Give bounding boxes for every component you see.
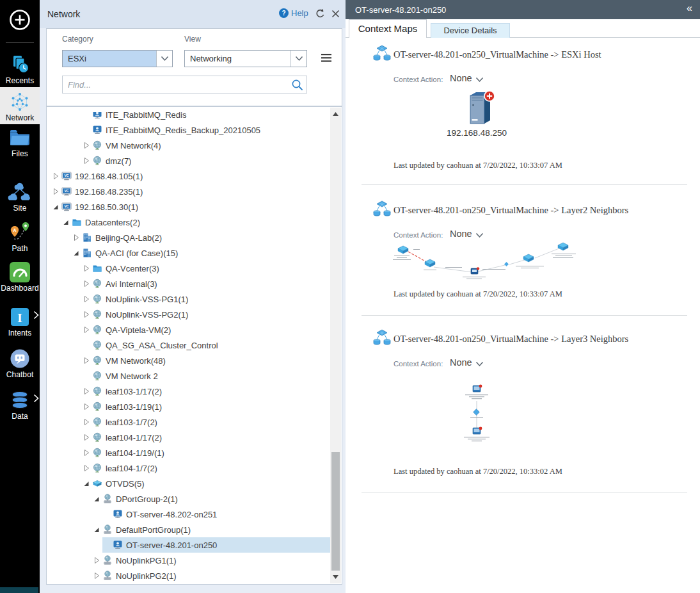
expander-collapsed-icon[interactable] [82,387,91,396]
tree-row-content[interactable]: leaf104-1/7(2) [82,460,330,476]
expander-collapsed-icon[interactable] [92,571,101,580]
tree-row[interactable]: DPortGroup-2(1) [47,491,330,507]
search-input[interactable] [63,80,287,90]
tree-row-content[interactable]: ITE_RabbitMQ_Redis [82,112,330,122]
expander-expanded-icon[interactable] [92,525,101,534]
tree-row-content[interactable]: VC192.168.48.235(1) [51,184,330,199]
tree-row-content[interactable]: ITE_RabbitMQ_Redis_Backup_20210505 [82,122,330,138]
tree-row[interactable]: VM Network 2 [47,368,330,384]
sidebar-item-data[interactable]: Data [0,386,40,421]
expander-collapsed-icon[interactable] [82,264,91,273]
scroll-up-arrow[interactable] [330,109,341,119]
tree-row[interactable]: QA-Vcenter(3) [47,261,330,276]
expander-collapsed-icon[interactable] [82,325,91,334]
tree-row[interactable]: NoUplinkPG2(1) [47,568,330,583]
expander-collapsed-icon[interactable] [51,187,60,196]
tree-row-content[interactable]: DefaultPortGroup(1) [92,522,330,537]
close-button[interactable] [331,10,340,18]
tree-row[interactable]: ITE_RabbitMQ_Redis [47,112,330,122]
sidebar-item-intents[interactable]: IIntents [0,302,40,337]
tree-row[interactable]: VC192.168.50.30(1) [47,199,330,215]
tree-row-content[interactable]: leaf103-1/19(1) [82,399,330,414]
expander-collapsed-icon[interactable] [82,356,91,365]
tree-row[interactable]: DefaultPortGroup(1) [47,522,330,537]
tree-row-content[interactable]: NoUplink-VSS-PG2(1) [82,307,330,322]
tree-row-content[interactable]: VC192.168.48.105(1) [51,168,330,184]
collapse-left-icon[interactable]: « [687,3,692,14]
search-icon[interactable] [287,79,306,91]
tree-row-content[interactable]: QA-Vcenter(3) [82,261,330,276]
tree-row-content[interactable]: Avi Internal(3) [82,276,330,291]
tree-row[interactable]: QA-Viptela-VM(2) [47,322,330,337]
expander-expanded-icon[interactable] [82,479,91,488]
tree-row[interactable]: NoUplink-VSS-PG2(1) [47,307,330,322]
tree-row[interactable]: ITE_RabbitMQ_Redis_Backup_20210505 [47,122,330,138]
context-action-select[interactable]: None [450,73,472,83]
tree-row-content[interactable]: QA-ACI (for Case)(15) [72,245,330,261]
tree-row-content[interactable]: leaf103-1/7(2) [82,414,330,430]
tree-row[interactable]: leaf104-1/17(2) [47,430,330,445]
tree-row-content[interactable]: NoUplinkPG2(1) [92,568,330,583]
expander-expanded-icon[interactable] [51,202,60,211]
tree-row[interactable]: VM Network(48) [47,353,330,368]
tree-row[interactable]: leaf103-1/19(1) [47,399,330,414]
tree-row-content[interactable]: VC192.168.50.30(1) [51,199,330,215]
tree-row[interactable]: Avi Internal(3) [47,276,330,291]
expander-collapsed-icon[interactable] [92,556,101,565]
tree-row[interactable]: leaf103-1/7(2) [47,414,330,430]
expander-collapsed-icon[interactable] [82,464,91,473]
expander-collapsed-icon[interactable] [72,233,81,242]
tree-row[interactable]: VC192.168.48.235(1) [47,184,330,199]
tree-row-content[interactable]: leaf104-1/17(2) [82,430,330,445]
tree-row[interactable]: VM Network(4) [47,138,330,153]
tree-row[interactable]: leaf104-1/19/(1) [47,445,330,460]
tree-row[interactable]: VC192.168.48.105(1) [47,168,330,184]
scrollbar-thumb[interactable] [331,452,340,571]
tree-row-content[interactable]: OT-server-48.202-on251 [102,507,330,522]
tab-context-maps[interactable]: Context Maps [349,19,427,38]
sidebar-item-network[interactable]: Network [0,87,40,124]
tree-row-content[interactable]: OT-server-48.201-on250 [102,537,330,553]
map-thumbnail-layer2[interactable] [389,241,578,281]
chevron-down-icon[interactable] [475,232,484,238]
refresh-button[interactable] [315,8,326,19]
expander-collapsed-icon[interactable] [51,172,60,181]
tree-row-content[interactable]: NoUplink-VSS-PG1(1) [82,291,330,307]
tree-row[interactable]: OT-server-48.202-on251 [47,507,330,522]
tree-row-content[interactable]: QA_SG_ASA_Cluster_Control [82,337,330,353]
tree-row[interactable]: OT-server-48.201-on250 [47,537,330,553]
tree-row[interactable]: Datacenters(2) [47,215,330,230]
expander-collapsed-icon[interactable] [82,448,91,457]
expander-collapsed-icon[interactable] [82,310,91,319]
tree-row-content[interactable]: NoUplinkPG1(1) [92,553,330,568]
tree-row-content[interactable]: dmz(7) [82,153,330,168]
expander-expanded-icon[interactable] [92,494,101,503]
sidebar-item-chatbot[interactable]: Chatbot [0,344,40,379]
expander-collapsed-icon[interactable] [82,141,91,150]
category-select[interactable]: ESXi [62,50,173,67]
tree-row-content[interactable]: VM Network(48) [82,353,330,368]
tree-row[interactable]: leaf104-1/7(2) [47,460,330,476]
tree-row-content[interactable]: VM Network(4) [82,138,330,153]
tree-row-content[interactable]: Beijing-QA-Lab(2) [72,230,330,245]
tree-row-content[interactable]: VM Network 2 [82,368,330,384]
help-button[interactable]: ? Help [279,8,308,18]
tree-row[interactable]: QA_SG_ASA_Cluster_Control [47,337,330,353]
tab-device-details[interactable]: Device Details [431,23,510,38]
expander-expanded-icon[interactable] [72,248,81,257]
tree-row-content[interactable]: DPortGroup-2(1) [92,491,330,507]
expander-expanded-icon[interactable] [61,218,70,227]
tree-row-content[interactable]: QA-Viptela-VM(2) [82,322,330,337]
tree-row-content[interactable]: leaf104-1/19/(1) [82,445,330,460]
map-thumbnail-layer3[interactable] [448,382,505,451]
expander-collapsed-icon[interactable] [82,279,91,288]
sidebar-item-recents[interactable]: Recents [0,50,40,85]
tree-row-content[interactable]: leaf103-1/17(2) [82,384,330,399]
tree-row[interactable]: NoUplinkPG1(1) [47,553,330,568]
expander-collapsed-icon[interactable] [82,433,91,442]
chevron-down-icon[interactable] [475,361,484,367]
tree-row[interactable]: dmz(7) [47,153,330,168]
new-button[interactable] [8,8,32,32]
tree-row-content[interactable]: OTVDS(5) [82,476,330,491]
expander-collapsed-icon[interactable] [82,402,91,411]
